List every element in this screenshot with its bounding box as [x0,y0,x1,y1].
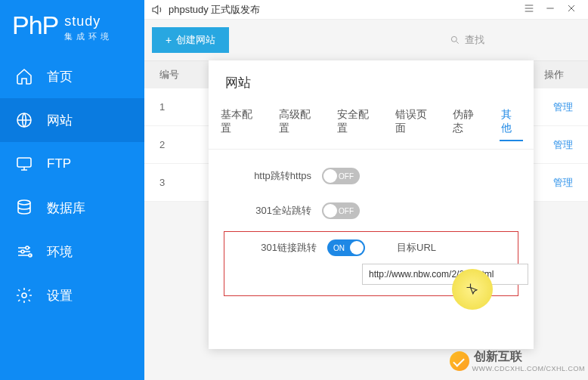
sidebar-item-settings[interactable]: 设置 [0,273,144,317]
sidebar-item-label: 数据库 [47,199,85,217]
gear-icon [15,286,33,304]
minimize-button[interactable] [540,1,561,19]
globe-icon [15,111,33,129]
sidebar-item-websites[interactable]: 网站 [0,98,144,142]
sidebar: PhP study 集成环境 首页 网站 FTP 数据库 环境 设置 [0,0,144,380]
link-301-box: 301链接跳转 ON 目标URL [224,231,518,296]
tab-basic[interactable]: 基本配置 [219,103,264,141]
svg-point-6 [22,293,26,298]
close-button[interactable] [561,1,582,19]
tab-other[interactable]: 其他 [500,103,523,141]
svg-point-2 [18,200,30,205]
database-icon [15,199,33,217]
titlebar: phpstudy 正式版发布 [144,0,588,20]
watermark-sub: WWW.CDCXHL.COM/CXHL.COM [472,365,586,372]
row-http-to-https: http跳转https OFF [224,168,518,184]
site-settings-modal: 网站 基本配置 高级配置 安全配置 错误页面 伪静态 其他 http跳转http… [209,60,534,349]
brand-study: study [64,14,113,29]
create-site-label: 创建网站 [176,33,215,47]
manage-link[interactable]: 管理 [553,176,573,190]
sidebar-item-label: 首页 [47,68,73,85]
home-icon [15,67,33,85]
nav: 首页 网站 FTP 数据库 环境 设置 [0,54,144,317]
manage-link[interactable]: 管理 [553,100,573,114]
toolbar: + 创建网站 查找 [144,20,588,61]
sidebar-item-label: 网站 [47,112,73,129]
sidebar-item-label: 设置 [47,287,73,304]
create-site-button[interactable]: + 创建网站 [152,27,229,53]
modal-title: 网站 [209,60,534,99]
tab-security[interactable]: 安全配置 [336,103,380,141]
search-placeholder: 查找 [465,33,484,47]
svg-rect-1 [17,158,31,167]
toggle-link-301[interactable]: ON [327,239,365,256]
row-index: 1 [159,101,205,113]
row-index: 2 [159,139,205,150]
svg-point-7 [451,36,456,42]
toggle-site-301[interactable]: OFF [322,202,360,219]
toggle-http-to-https[interactable]: OFF [322,168,360,184]
svg-point-4 [21,250,24,253]
label-http-to-https: http跳转https [224,169,322,183]
manage-link[interactable]: 管理 [553,138,573,152]
svg-point-3 [26,246,29,249]
label-target-url: 目标URL [397,241,436,255]
tab-advanced[interactable]: 高级配置 [277,103,322,141]
brand: PhP study 集成环境 [0,0,144,50]
brand-logo: PhP [12,11,58,40]
sidebar-item-environment[interactable]: 环境 [0,230,144,273]
tab-pseudo-static[interactable]: 伪静态 [451,103,485,141]
label-link-301: 301链接跳转 [234,241,317,255]
brand-sub: 集成环境 [64,31,113,42]
sidebar-item-label: 环境 [47,243,73,261]
sidebar-item-database[interactable]: 数据库 [0,186,144,230]
watermark-logo-icon [450,351,469,371]
modal-tabs: 基本配置 高级配置 安全配置 错误页面 伪静态 其他 [209,99,534,150]
sidebar-item-ftp[interactable]: FTP [0,142,144,186]
col-index-header: 编号 [159,68,205,82]
sidebar-item-label: FTP [47,156,71,171]
monitor-icon [15,155,33,173]
label-site-301: 301全站跳转 [224,204,322,218]
search-input[interactable]: 查找 [354,29,580,51]
plus-icon: + [166,34,172,46]
sound-icon [150,3,164,17]
sidebar-item-home[interactable]: 首页 [0,54,144,98]
menu-icon[interactable] [518,1,540,19]
watermark: 创新互联 WWW.CDCXHL.COM/CXHL.COM [450,349,586,372]
target-url-input[interactable] [362,264,528,285]
row-site-301: 301全站跳转 OFF [224,202,518,219]
tab-error-page[interactable]: 错误页面 [394,103,438,141]
row-index: 3 [159,177,205,188]
titlebar-title: phpstudy 正式版发布 [169,3,260,17]
col-ops-header: 操作 [535,68,573,82]
sliders-icon [15,243,33,261]
modal-panel: http跳转https OFF 301全站跳转 OFF 301链接跳转 ON 目… [209,150,534,319]
watermark-text: 创新互联 [474,349,586,365]
